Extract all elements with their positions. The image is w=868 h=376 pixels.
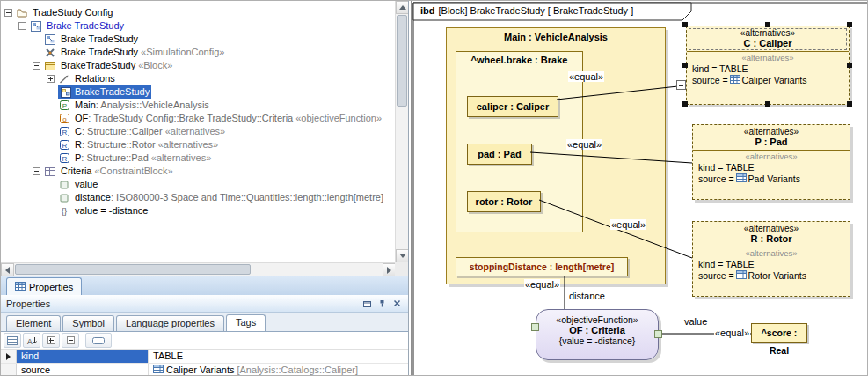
scroll-down-button[interactable] bbox=[396, 249, 409, 262]
simulation-config-icon bbox=[44, 48, 56, 58]
equal-connector-label[interactable]: «equal» bbox=[568, 71, 604, 82]
collapse-icon[interactable] bbox=[33, 167, 40, 175]
collapse-icon[interactable] bbox=[18, 22, 26, 30]
scroll-thumb[interactable] bbox=[15, 264, 251, 275]
equal-connector-label[interactable]: «equal» bbox=[610, 219, 646, 230]
tree-horizontal-scrollbar[interactable] bbox=[1, 262, 396, 276]
stopping-distance-value[interactable]: stoppingDistance : length[metre] bbox=[456, 257, 628, 276]
tree-item-distance[interactable]: distance : ISO80000-3 Space and Time::Qu… bbox=[1, 191, 395, 204]
row-selector[interactable] bbox=[1, 364, 17, 376]
categorized-view-button[interactable] bbox=[4, 333, 21, 348]
tag-value-cell[interactable]: Caliper Variants [Analysis::Catalogs::Ca… bbox=[149, 364, 408, 376]
tree-item-criteria[interactable]: Criteria«ConstraintBlock» bbox=[1, 165, 395, 178]
tree-item-c-caliper[interactable]: R C : Structure::Caliper«alternatives» bbox=[1, 125, 395, 138]
float-button[interactable] bbox=[361, 298, 373, 310]
tree-item-braketradestudy-selected[interactable]: BrakeTradeStudy bbox=[1, 85, 395, 99]
right-arrow-icon bbox=[387, 267, 391, 274]
tree-item-r-rotor[interactable]: R R : Structure::Rotor«alternatives» bbox=[1, 138, 395, 151]
svg-text:o: o bbox=[62, 115, 67, 123]
table-row-kind[interactable]: kind TABLE bbox=[1, 350, 408, 364]
tag-name-cell[interactable]: kind bbox=[17, 350, 149, 363]
tree-item-simulation-config[interactable]: Brake TradeStudy«SimulationConfig» bbox=[1, 46, 395, 59]
tab-tags[interactable]: Tags bbox=[226, 314, 266, 331]
left-arrow-icon bbox=[5, 267, 10, 274]
selection-handle[interactable] bbox=[682, 63, 688, 68]
constraint-expression: {value = -distance} bbox=[536, 335, 658, 346]
collapse-compartment-button[interactable] bbox=[676, 80, 686, 90]
scroll-thumb[interactable] bbox=[397, 15, 407, 107]
down-arrow-icon bbox=[399, 254, 406, 258]
constraint-block-icon bbox=[44, 167, 56, 176]
row-selector[interactable] bbox=[1, 350, 17, 363]
magicdraw-window: TradeStudy Config Brake TradeStudy Brake… bbox=[0, 0, 868, 376]
equal-connector-label[interactable]: «equal» bbox=[566, 139, 602, 150]
table-icon bbox=[736, 270, 747, 281]
reference-property-icon: R bbox=[58, 153, 70, 163]
expand-icon[interactable] bbox=[47, 75, 55, 83]
score-value-property[interactable]: ^score : Real bbox=[751, 323, 807, 343]
selection-handle[interactable] bbox=[847, 22, 852, 27]
tab-symbol[interactable]: Symbol bbox=[62, 315, 114, 331]
tag-name-cell[interactable]: source bbox=[17, 364, 149, 376]
tab-language-properties[interactable]: Language properties bbox=[116, 315, 224, 331]
tree-item-value[interactable]: value bbox=[1, 178, 395, 191]
scroll-up-button[interactable] bbox=[396, 1, 409, 14]
tree-item-braketradestudy-block[interactable]: BrakeTradeStudy«Block» bbox=[1, 59, 395, 72]
properties-dock-tab[interactable]: Properties bbox=[6, 277, 82, 295]
pin-button[interactable] bbox=[376, 298, 388, 310]
constraint-parameter-port[interactable] bbox=[531, 323, 539, 331]
table-row-source[interactable]: source Caliper Variants [Analysis::Catal… bbox=[1, 364, 408, 376]
sort-alphabetically-button[interactable]: A bbox=[23, 333, 40, 348]
selection-handle[interactable] bbox=[682, 101, 688, 107]
selection-handle[interactable] bbox=[765, 22, 770, 27]
collapse-icon[interactable] bbox=[4, 9, 12, 17]
block-icon bbox=[44, 62, 56, 70]
collapse-all-button[interactable] bbox=[62, 333, 79, 348]
selection-handle[interactable] bbox=[847, 63, 852, 68]
main-vehicleanalysis-block[interactable]: Main : VehicleAnalysis ^wheel.brake : Br… bbox=[446, 27, 666, 284]
tree-item-p-pad[interactable]: R P : Structure::Pad«alternatives» bbox=[1, 151, 395, 165]
tree-item-of-objective[interactable]: o OF : TradeStudy Config::Brake TradeStu… bbox=[1, 112, 395, 125]
value-property-icon bbox=[58, 181, 70, 189]
caliper-part[interactable]: caliper : Caliper bbox=[467, 96, 558, 117]
tree-item-brake-tradestudy[interactable]: Brake TradeStudy bbox=[1, 19, 395, 33]
constraint-parameter-port[interactable] bbox=[654, 330, 662, 338]
reference-property-icon: R bbox=[58, 140, 70, 150]
tab-element[interactable]: Element bbox=[6, 315, 61, 331]
objective-function-constraint[interactable]: «objectiveFunction» OF : Criteria {value… bbox=[536, 309, 659, 360]
tag-value-cell[interactable]: TABLE bbox=[149, 350, 408, 363]
tree-item-main-part[interactable]: P Main : Analysis::VehicleAnalysis bbox=[1, 99, 395, 112]
scroll-left-button[interactable] bbox=[1, 263, 14, 276]
value-connector-label[interactable]: value bbox=[683, 316, 708, 327]
close-button[interactable] bbox=[390, 298, 403, 310]
tree-item-constraint-expression[interactable]: {} value = -distance bbox=[1, 204, 395, 217]
equal-connector-label[interactable]: «equal» bbox=[524, 279, 560, 290]
alternatives-rotor-block[interactable]: «alternatives» R : Rotor «alternatives» … bbox=[692, 221, 850, 297]
selection-handle[interactable] bbox=[682, 22, 688, 27]
tree-item-brake-tradestudy-diagram[interactable]: Brake TradeStudy bbox=[1, 33, 395, 46]
distance-connector-label[interactable]: distance bbox=[568, 291, 606, 301]
alternatives-pad-block[interactable]: «alternatives» P : Pad «alternatives» ki… bbox=[692, 124, 850, 200]
expand-all-button[interactable] bbox=[42, 333, 60, 348]
equal-connector-label[interactable]: «equal» bbox=[714, 328, 750, 338]
custom-filter-button[interactable] bbox=[85, 333, 112, 348]
tree-item-relations[interactable]: Relations bbox=[1, 72, 395, 85]
wheel-brake-part[interactable]: ^wheel.brake : Brake caliper : Caliper p… bbox=[456, 51, 583, 232]
stereotype-label: «alternatives» bbox=[687, 28, 849, 38]
svg-text:{}: {} bbox=[62, 207, 67, 216]
rotor-part[interactable]: rotor : Rotor bbox=[467, 191, 541, 212]
pad-part[interactable]: pad : Pad bbox=[467, 144, 532, 165]
scroll-right-button[interactable] bbox=[383, 263, 396, 276]
selection-handle[interactable] bbox=[847, 101, 852, 107]
tree-item-tradestudy-config[interactable]: TradeStudy Config bbox=[1, 6, 395, 19]
selection-handle[interactable] bbox=[765, 101, 770, 107]
tags-toolbar: A bbox=[1, 332, 408, 350]
diagram-frame-header[interactable]: ibd[Block] BrakeTradeStudy [ BrakeTradeS… bbox=[420, 5, 633, 16]
compartment-label: «alternatives» bbox=[693, 247, 850, 258]
grid-icon bbox=[7, 335, 18, 346]
alternatives-caliper-block[interactable]: «alternatives» C : Caliper «alternatives… bbox=[686, 26, 850, 105]
collapse-icon[interactable] bbox=[33, 62, 40, 70]
reference-property-icon: R bbox=[58, 127, 70, 136]
tree-vertical-scrollbar[interactable] bbox=[395, 1, 408, 262]
diagram-pane[interactable]: Main : VehicleAnalysis ^wheel.brake : Br… bbox=[411, 1, 868, 376]
